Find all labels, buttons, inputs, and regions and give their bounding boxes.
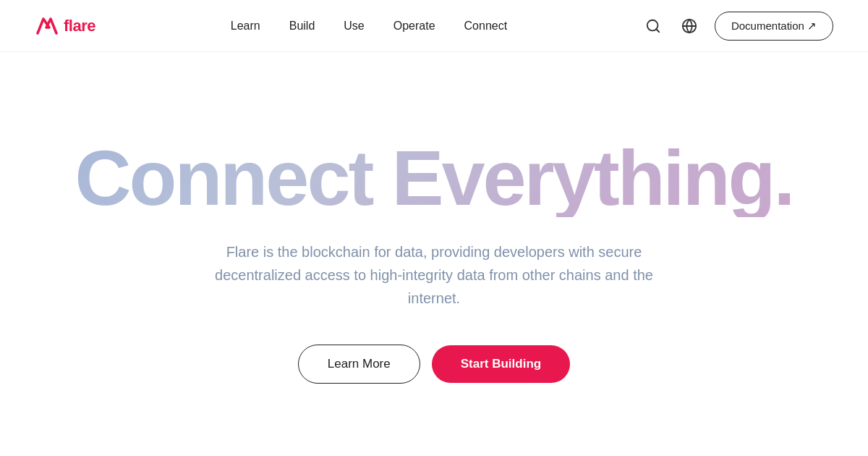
nav-right-actions: Documentation ↗ xyxy=(642,12,833,41)
logo-link[interactable]: flare xyxy=(35,16,95,36)
flare-logo-icon xyxy=(35,16,58,36)
hero-subtitle: Flare is the blockchain for data, provid… xyxy=(188,240,680,310)
search-button[interactable] xyxy=(642,15,664,37)
nav-menu: Learn Build Use Operate Connect xyxy=(231,20,507,33)
nav-item-operate[interactable]: Operate xyxy=(393,20,435,32)
hero-cta-group: Learn More Start Building xyxy=(298,345,570,384)
nav-item-build[interactable]: Build xyxy=(289,20,315,32)
svg-line-1 xyxy=(656,29,659,32)
navbar: flare Learn Build Use Operate Connect Do… xyxy=(0,0,868,52)
hero-title: Connect Everything. xyxy=(75,139,793,217)
nav-item-use[interactable]: Use xyxy=(344,20,364,32)
language-button[interactable] xyxy=(678,15,700,37)
documentation-button[interactable]: Documentation ↗ xyxy=(715,12,833,41)
nav-item-connect[interactable]: Connect xyxy=(464,20,508,32)
logo-text: flare xyxy=(64,17,95,35)
nav-item-learn[interactable]: Learn xyxy=(231,20,260,32)
start-building-button[interactable]: Start Building xyxy=(432,345,570,383)
search-icon xyxy=(645,18,661,34)
learn-more-button[interactable]: Learn More xyxy=(298,345,420,384)
globe-icon xyxy=(681,18,697,34)
hero-section: Connect Everything. Flare is the blockch… xyxy=(0,52,868,456)
